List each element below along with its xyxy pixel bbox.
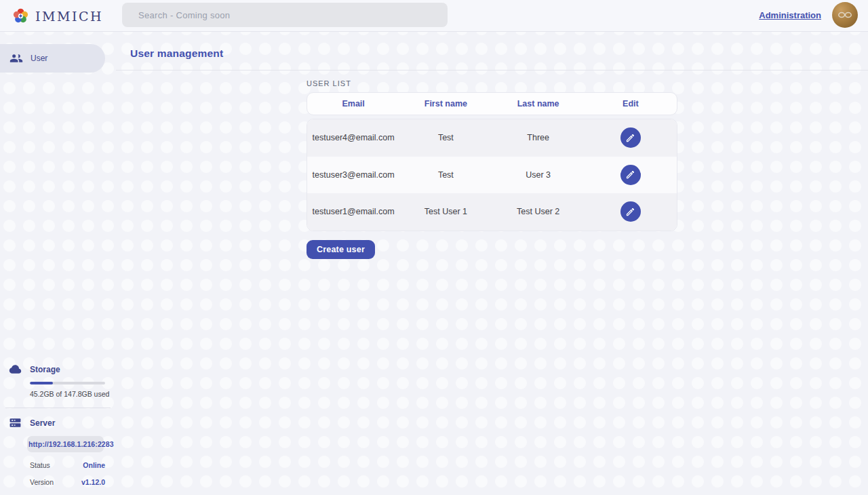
storage-progress-fill — [30, 382, 53, 384]
cell-email: testuser1@email.com — [307, 207, 399, 216]
pencil-icon — [625, 133, 635, 143]
create-user-button[interactable]: Create user — [307, 240, 375, 259]
server-title: Server — [30, 418, 55, 428]
storage-section-header: Storage — [9, 363, 116, 376]
main-content: User management USER LIST Email First na… — [116, 33, 868, 495]
edit-user-button[interactable] — [620, 201, 641, 222]
server-section-header: Server — [9, 416, 116, 429]
title-divider — [116, 70, 868, 71]
cell-first-name: Test User 1 — [399, 207, 492, 216]
page-title: User management — [130, 47, 868, 60]
server-version-value: v1.12.0 — [81, 478, 105, 486]
brand-home-link[interactable]: IMMICH — [11, 0, 103, 32]
storage-progress-bar — [30, 382, 105, 384]
top-navbar: IMMICH Administration — [0, 0, 868, 32]
cell-first-name: Test — [399, 170, 492, 180]
cell-edit — [585, 201, 677, 222]
cloud-icon — [9, 363, 22, 376]
sidebar-divider — [5, 408, 111, 408]
users-icon — [9, 52, 23, 65]
cell-last-name: User 3 — [492, 170, 585, 180]
server-url-badge: http://192.168.1.216:2283 — [27, 436, 104, 452]
cell-last-name: Test User 2 — [492, 207, 585, 216]
cell-edit — [585, 127, 677, 148]
table-row: testuser1@email.com Test User 1 Test Use… — [307, 193, 677, 231]
cell-first-name: Test — [399, 133, 492, 142]
server-version-row: Version v1.12.0 — [30, 478, 105, 486]
edit-user-button[interactable] — [620, 165, 641, 185]
server-status-label: Status — [30, 461, 50, 469]
header-last-name: Last name — [492, 99, 585, 108]
pencil-icon — [625, 207, 635, 217]
server-status-value: Online — [83, 461, 105, 469]
user-list-section: USER LIST Email First name Last name Edi… — [307, 79, 677, 259]
glasses-icon — [836, 6, 854, 24]
storage-usage-text: 45.2GB of 147.8GB used — [30, 390, 116, 398]
search-input[interactable] — [122, 3, 448, 27]
server-version-label: Version — [30, 478, 54, 486]
administration-link[interactable]: Administration — [759, 10, 821, 20]
immich-app: IMMICH Administration User — [0, 0, 868, 495]
storage-title: Storage — [30, 365, 60, 374]
immich-logo-icon — [11, 6, 31, 26]
sidebar-item-user[interactable]: User — [0, 44, 105, 73]
server-status-row: Status Online — [30, 461, 105, 469]
edit-user-button[interactable] — [620, 127, 641, 148]
cell-email: testuser4@email.com — [307, 133, 399, 142]
brand-name: IMMICH — [35, 9, 103, 24]
cell-last-name: Three — [492, 133, 585, 142]
section-label: USER LIST — [307, 79, 677, 87]
cell-edit — [585, 165, 677, 185]
header-email: Email — [307, 99, 399, 108]
server-icon — [9, 416, 22, 429]
user-avatar[interactable] — [832, 2, 858, 28]
sidebar-footer: Storage 45.2GB of 147.8GB used Server — [0, 363, 116, 486]
table-header-row: Email First name Last name Edit — [307, 92, 677, 115]
pencil-icon — [625, 170, 635, 180]
table-row: testuser4@email.com Test Three — [307, 119, 677, 157]
table-row: testuser3@email.com Test User 3 — [307, 157, 677, 194]
sidebar: User Storage 45.2GB of 147.8GB used — [0, 33, 116, 495]
header-edit: Edit — [585, 99, 677, 108]
cell-email: testuser3@email.com — [307, 170, 399, 180]
sidebar-item-label: User — [31, 54, 47, 63]
header-first-name: First name — [399, 99, 492, 108]
table-body: testuser4@email.com Test Three testuser3… — [307, 119, 677, 231]
